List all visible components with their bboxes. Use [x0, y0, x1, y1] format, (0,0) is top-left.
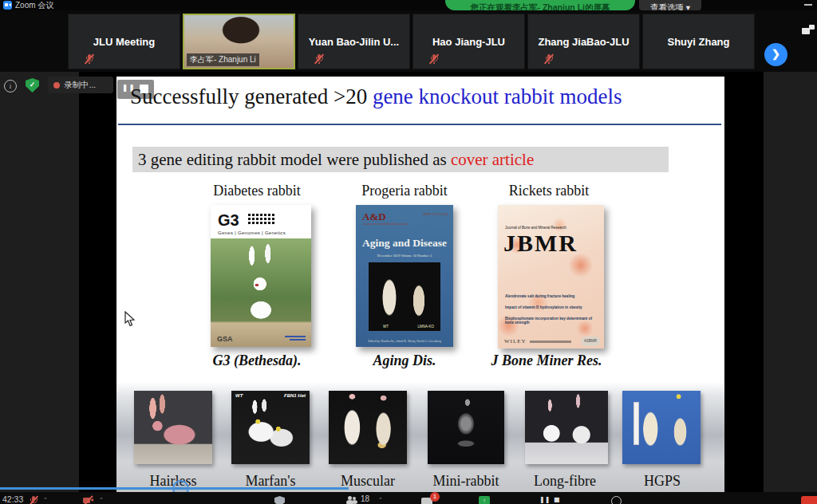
mic-options-caret[interactable]: ⌃ — [43, 497, 48, 503]
participant-tile[interactable]: Shuyi Zhang — [642, 14, 755, 69]
view-options-button[interactable]: 查看选项 ▾ — [639, 0, 701, 10]
info-icon[interactable]: i — [4, 80, 17, 93]
g3-issue-text-line — [285, 336, 306, 337]
g3-dot-matrix — [247, 213, 274, 226]
cover-label-diabetes: Diabetes rabbit — [189, 183, 325, 199]
participant-tile[interactable]: Zhang JiaBao-JLU — [527, 14, 640, 69]
jbmr-society-logo: ASBMR — [581, 337, 600, 346]
view-layout-icon[interactable] — [802, 25, 815, 34]
g3-rabbit-photo — [211, 238, 311, 347]
shared-screen-area: ❚❚ Successfully generated >20 gene knock… — [0, 72, 817, 492]
participant-tile[interactable]: JLU Meeting — [68, 14, 180, 69]
recording-indicator[interactable]: 录制中... — [48, 77, 113, 93]
view-options-label: 查看选项 — [650, 2, 684, 10]
jbmr-headline: Bisphosphonate incorporation key determi… — [505, 317, 594, 325]
meeting-toolbar: 42:33 ⌃ ⌃ 18 ⌃ 1 ↑ ❚❚ ■ — [0, 492, 817, 504]
participant-name: Zhang JiaBao-JLU — [528, 36, 639, 48]
journal-cover-jbmr: Journal of Bone and Mineral Research JBM… — [498, 205, 604, 348]
leave-meeting-button[interactable] — [801, 496, 817, 504]
model-photo-mini-rabbit — [428, 391, 504, 464]
g3-issue-text-line — [290, 339, 306, 341]
app-title: Zoom 会议 — [15, 0, 53, 10]
model-photo-hairless — [134, 391, 212, 464]
muted-mic-icon — [314, 53, 324, 65]
pause-recording-button[interactable]: ❚❚ — [539, 496, 550, 503]
cover-label-progeria: Progeria rabbit — [337, 183, 472, 199]
jbmr-publisher: WILEY — [504, 338, 527, 345]
title-bar: Zoom 会议 您正在观看李占军- Zhanjun Li的屏幕 查看选项 ▾ — [0, 0, 817, 10]
ad-wt-label: WT — [383, 325, 389, 329]
muted-mic-icon — [85, 53, 94, 65]
participant-tile[interactable]: Hao Jiang-JLU — [412, 14, 525, 69]
participant-name: Hao Jiang-JLU — [413, 36, 524, 48]
security-shield-icon[interactable]: ✓ — [26, 78, 39, 93]
zoom-meeting-window: Zoom 会议 您正在观看李占军- Zhanjun Li的屏幕 查看选项 ▾ J… — [0, 0, 817, 504]
participant-tile[interactable]: Yuan Bao-Jilin U... — [298, 14, 410, 69]
chevron-down-icon: ▾ — [686, 2, 690, 10]
rabbit-shape — [378, 269, 401, 326]
viewing-screen-banner: 您正在观看李占军- Zhanjun Li的屏幕 — [445, 0, 635, 10]
security-button[interactable] — [274, 496, 285, 504]
record-dot-icon — [53, 82, 60, 89]
up-arrow-icon: ↑ — [483, 498, 486, 503]
rabbit-shape — [408, 275, 429, 326]
participants-button[interactable] — [346, 496, 357, 504]
cover-label-rickets: Rickets rabbit — [481, 183, 617, 199]
journal-caption-jbmr: J Bone Miner Res. — [471, 352, 622, 369]
participant-tile-video[interactable]: 李占军- Zhanjun Li — [183, 14, 295, 69]
jbmr-headline: Impact of vitamin D hydroxylation in obe… — [505, 305, 594, 309]
journal-cover-g3: G3 Genes | Genomes | Genetics GSA — [211, 205, 311, 347]
slide-title-blue: gene knockout rabbit models — [373, 85, 622, 108]
wt-tag: WT — [235, 393, 243, 398]
ad-masthead: A&D — [362, 211, 386, 223]
ad-rabbits-photo: WT LMNA-KO — [369, 262, 440, 331]
ad-masthead-subtitle: An open access multidisciplinary journal — [362, 222, 408, 226]
stop-recording-button[interactable]: ■ — [554, 496, 560, 503]
minimize-icon[interactable] — [804, 4, 812, 6]
journal-cover-aging-disease: A&D An open access multidisciplinary jou… — [356, 205, 453, 347]
model-label-mini-rabbit: Mini-rabbit — [414, 473, 518, 490]
share-screen-button[interactable]: ↑ — [479, 496, 490, 504]
muted-mic-icon — [544, 53, 554, 65]
subtitle-black: 3 gene editing rabbit model were publish… — [138, 150, 447, 169]
participant-strip: JLU Meeting 李占军- Zhanjun Li Yuan Bao-Jil… — [0, 10, 817, 72]
video-options-caret[interactable]: ⌃ — [99, 497, 104, 503]
g3-tagline: Genes | Genomes | Genetics — [218, 230, 286, 235]
stop-video-button[interactable] — [83, 496, 95, 504]
participant-name: 李占军- Zhanjun Li — [187, 53, 259, 66]
g3-logo: G3 — [218, 211, 239, 230]
next-participants-button[interactable]: ❯ — [764, 43, 787, 66]
journal-caption-aging: Aging Dis. — [329, 352, 480, 369]
muted-mic-icon — [429, 53, 439, 65]
title-divider — [118, 124, 721, 125]
ad-ko-label: LMNA-KO — [417, 325, 434, 329]
mouse-cursor — [124, 311, 136, 330]
slide-title-black: Successfully generated >20 — [130, 85, 367, 108]
recording-label: 录制中... — [64, 77, 96, 93]
slide-subtitle: 3 gene editing rabbit model were publish… — [132, 147, 669, 172]
slide-title: Successfully generated >20 gene knockout… — [130, 85, 720, 109]
participant-name: Shuyi Zhang — [643, 36, 754, 48]
ad-issue-line: December 2019 Volume 10 Number 3 — [356, 254, 453, 258]
model-label-hgps: HGPS — [610, 473, 714, 490]
g3-publisher: GSA — [217, 335, 233, 343]
model-photo-long-fibre — [525, 391, 608, 464]
jbmr-headline: Alendronate salt during fracture healing — [505, 294, 594, 298]
meeting-timer: 42:33 — [2, 494, 23, 504]
model-label-long-fibre: Long-fibre — [513, 473, 617, 490]
mute-button[interactable] — [29, 495, 38, 504]
fbn1-het-tag: FBN1 Het — [284, 393, 306, 398]
presentation-slide: ❚❚ Successfully generated >20 gene knock… — [116, 77, 724, 492]
participants-caret[interactable]: ⌃ — [378, 497, 383, 503]
ad-title: Aging and Disease — [356, 237, 453, 250]
model-photo-muscular — [329, 391, 407, 464]
chat-badge: 1 — [430, 492, 440, 502]
reactions-button[interactable] — [611, 496, 622, 504]
zoom-app-icon — [3, 1, 12, 10]
journal-caption-g3: G3 (Bethesda). — [181, 352, 333, 369]
model-photo-marfans: WT FBN1 Het — [231, 391, 310, 464]
participants-count: 18 — [361, 494, 369, 503]
jbmr-footer-text-line — [530, 341, 571, 343]
ruler-shape — [633, 402, 639, 445]
participant-name: JLU Meeting — [69, 36, 180, 48]
